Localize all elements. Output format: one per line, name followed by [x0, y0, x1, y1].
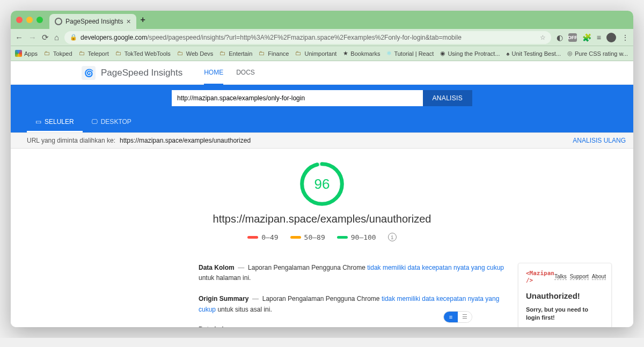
analyze-button[interactable]: ANALISIS	[423, 90, 472, 106]
field-data-heading: Data Kolom	[199, 264, 235, 271]
preview-brand: <Mazipan />	[526, 270, 554, 284]
reload-button[interactable]: ⟳	[42, 33, 49, 42]
browser-tab[interactable]: PageSpeed Insights ×	[49, 14, 136, 29]
browser-toolbar: ← → ⟳ ⌂ 🔒 developers.google.com/speed/pa…	[11, 29, 633, 46]
adblock-extension-icon[interactable]: OFF	[568, 33, 577, 42]
nav-home[interactable]: HOME	[204, 61, 223, 85]
extensions-menu-icon[interactable]: 🧩	[582, 33, 591, 42]
device-tabs: ▭SELULER 🖵DESKTOP	[11, 112, 633, 132]
bookmark-item[interactable]: ◎Pure CSS rating w...	[567, 50, 628, 57]
new-tab-button[interactable]: +	[141, 15, 145, 25]
bookmark-folder[interactable]: 🗀Entertain	[219, 50, 252, 57]
preview-link: Support	[570, 274, 589, 280]
preview-link: Talks	[554, 274, 567, 280]
lighthouse-extension-icon[interactable]: ◐	[557, 33, 563, 42]
bookmark-folder[interactable]: 🗀Teleport	[79, 50, 109, 57]
tab-desktop[interactable]: 🖵DESKTOP	[83, 112, 140, 132]
preview-body: Sorry, but you need to login first!	[526, 306, 604, 322]
performance-score-gauge: 96	[299, 161, 345, 206]
url-text: developers.google.com/speed/pagespeed/in…	[80, 34, 462, 41]
maximize-window-button[interactable]	[36, 17, 43, 23]
bookmark-item[interactable]: ⚛Tutorial | React	[386, 50, 434, 57]
bookmark-folder[interactable]: 🗀Tokped	[44, 50, 72, 57]
psi-logo-icon: 🌀	[82, 66, 96, 80]
close-window-button[interactable]	[16, 17, 23, 23]
preview-title: Unauthorized!	[526, 291, 604, 300]
bookmarks-bar: Apps 🗀Tokped 🗀Teleport 🗀TokTed WebTools …	[11, 46, 633, 61]
url-input[interactable]	[172, 90, 423, 106]
forward-button[interactable]: →	[28, 33, 36, 42]
address-bar[interactable]: 🔒 developers.google.com/speed/pagespeed/…	[64, 31, 551, 44]
reading-list-icon[interactable]: ≡	[597, 33, 601, 42]
origin-summary-heading: Origin Summary	[199, 295, 248, 302]
score-legend: 0–49 50–89 90–100 i	[11, 233, 633, 241]
tab-title: PageSpeed Insights	[65, 18, 123, 25]
profile-avatar-icon[interactable]	[606, 33, 616, 42]
field-data-link[interactable]: tidak memiliki data kecepatan nyata yang…	[367, 264, 504, 271]
bookmark-folder[interactable]: 🗀Unimportant	[295, 50, 336, 57]
bookmark-item[interactable]: ◉Using the Protract...	[440, 50, 500, 57]
tab-close-button[interactable]: ×	[126, 17, 130, 26]
legend-info-icon[interactable]: i	[388, 233, 397, 241]
browser-menu-icon[interactable]: ⋮	[621, 33, 629, 42]
nav-docs[interactable]: DOCS	[236, 61, 255, 85]
tab-mobile[interactable]: ▭SELULER	[27, 112, 83, 132]
view-detailed-icon[interactable]: ☰	[458, 312, 472, 322]
psi-title: PageSpeed Insights	[101, 68, 182, 78]
toolbar-extensions: ◐ OFF 🧩 ≡ ⋮	[557, 33, 629, 42]
redirect-notice: URL yang diminta dialihkan ke: https://m…	[11, 132, 633, 149]
lock-icon: 🔒	[70, 34, 77, 41]
psi-header: 🌀 PageSpeed Insights HOME DOCS	[11, 61, 633, 85]
lab-data-heading: Data Lab	[199, 326, 507, 327]
tab-favicon-icon	[55, 18, 62, 25]
final-url: https://mazipan.space/examples/unauthori…	[11, 213, 633, 225]
bookmark-item[interactable]: ♠Unit Testing Best...	[507, 50, 561, 57]
bookmark-item[interactable]: ★Bookmarks	[343, 50, 380, 57]
bookmark-folder[interactable]: 🗀Finance	[259, 50, 289, 57]
field-data-section: Data Kolom — Laporan Pengalaman Pengguna…	[199, 263, 507, 283]
mobile-icon: ▭	[35, 118, 41, 125]
redirect-label: URL yang diminta dialihkan ke:	[27, 137, 115, 144]
minimize-window-button[interactable]	[26, 17, 33, 23]
score-value: 96	[299, 161, 345, 206]
desktop-icon: 🖵	[91, 118, 98, 125]
redirect-url: https://mazipan.space/examples/unauthori…	[120, 137, 251, 144]
reanalyze-button[interactable]: ANALISIS ULANG	[573, 137, 626, 144]
apps-shortcut[interactable]: Apps	[15, 50, 38, 57]
page-screenshot-preview: <Mazipan /> Talks Support About Unauthor…	[518, 263, 612, 327]
view-toggle[interactable]: ≡ ☰	[443, 311, 472, 323]
bookmark-star-button[interactable]: ☆	[540, 34, 546, 41]
bookmark-folder[interactable]: 🗀Web Devs	[177, 50, 214, 57]
view-summary-icon[interactable]: ≡	[444, 312, 458, 322]
home-button[interactable]: ⌂	[54, 33, 59, 42]
window-titlebar: PageSpeed Insights × +	[11, 11, 633, 29]
back-button[interactable]: ←	[15, 33, 23, 42]
bookmark-folder[interactable]: 🗀TokTed WebTools	[115, 50, 171, 57]
url-input-bar: ANALISIS	[11, 85, 633, 112]
preview-link: About	[592, 274, 606, 280]
